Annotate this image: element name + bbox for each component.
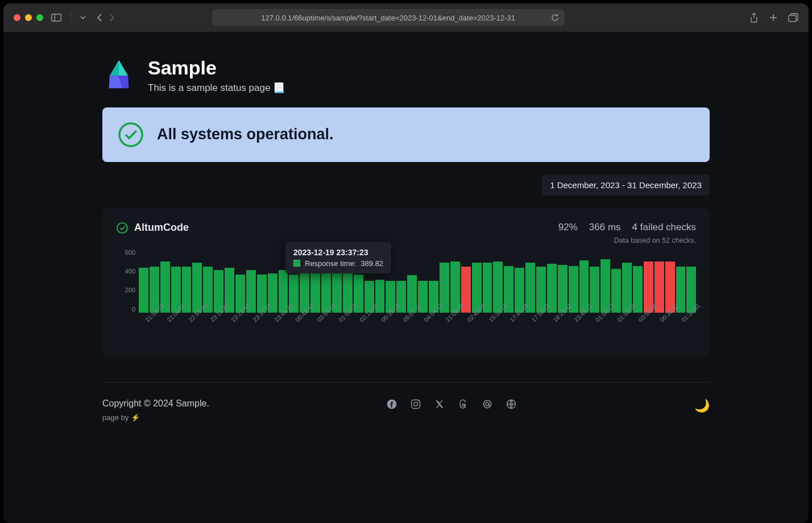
date-range-picker[interactable]: 1 December, 2023 - 31 December, 2023	[542, 175, 710, 196]
svg-marker-6	[110, 60, 119, 76]
chart-y-tick: 200	[125, 287, 135, 293]
page-title: Sample	[148, 58, 285, 78]
facebook-icon[interactable]	[386, 399, 397, 410]
instagram-icon[interactable]	[410, 399, 421, 410]
monitor-name[interactable]: AltumCode	[134, 222, 189, 234]
minimize-window-button[interactable]	[25, 14, 32, 21]
monitor-subnote: Data based on 52 checks.	[558, 236, 696, 244]
svg-point-12	[414, 402, 418, 406]
new-tab-icon[interactable]	[769, 13, 778, 23]
tab-groups-dropdown-icon[interactable]	[80, 16, 86, 19]
byline-prefix: page by	[102, 413, 129, 422]
svg-point-9	[119, 123, 142, 146]
svg-point-13	[418, 401, 419, 402]
chart-y-tick: 0	[132, 306, 135, 313]
bolt-icon[interactable]: ⚡	[131, 413, 140, 422]
chart-y-tick: 400	[125, 268, 135, 275]
sidebar-toggle-icon[interactable]	[51, 14, 61, 22]
response-time-chart[interactable]: 6004002000 21:53:5321:00:2522:55:2023:12…	[116, 249, 696, 347]
copyright-text: Copyright © 2024 Sample.	[102, 399, 209, 409]
dark-mode-toggle-icon[interactable]: 🌙	[694, 399, 710, 413]
share-icon[interactable]	[749, 13, 759, 23]
check-circle-icon	[116, 222, 129, 234]
footer-divider	[102, 382, 710, 383]
status-banner: All systems operational.	[102, 107, 710, 162]
address-bar-text: 127.0.0.1/66uptime/s/sample/?start_date=…	[261, 14, 515, 22]
page-subtitle: This is a sample status page 📃	[148, 82, 285, 94]
svg-marker-5	[119, 60, 128, 76]
reload-icon[interactable]	[551, 14, 559, 22]
chart-y-axis: 6004002000	[116, 249, 135, 313]
chart-bar[interactable]	[139, 268, 148, 312]
status-banner-message: All systems operational.	[157, 126, 334, 143]
globe-icon[interactable]	[506, 399, 517, 410]
page-header: Sample This is a sample status page 📃	[102, 58, 710, 94]
forward-button-icon	[109, 13, 115, 22]
failed-checks: 4 failed checks	[632, 222, 696, 233]
svg-rect-0	[52, 14, 61, 22]
svg-rect-4	[789, 15, 796, 22]
address-bar[interactable]: 127.0.0.1/66uptime/s/sample/?start_date=…	[212, 9, 565, 26]
close-window-button[interactable]	[14, 14, 20, 21]
tab-overview-icon[interactable]	[788, 13, 798, 23]
avg-latency: 366 ms	[589, 222, 621, 233]
svg-point-14	[486, 402, 490, 406]
page-footer: Copyright © 2024 Sample. page by ⚡	[102, 399, 710, 422]
brand-logo	[102, 58, 135, 91]
monitor-card: AltumCode 92% 366 ms 4 failed checks Dat…	[102, 208, 710, 357]
check-circle-icon	[117, 121, 144, 148]
maximize-window-button[interactable]	[36, 14, 43, 21]
window-controls	[14, 14, 43, 21]
svg-point-10	[117, 223, 127, 233]
chart-y-tick: 600	[125, 249, 135, 256]
at-sign-icon[interactable]	[482, 399, 493, 410]
page-body: Sample This is a sample status page 📃 Al…	[3, 32, 809, 523]
uptime-percent: 92%	[558, 222, 578, 233]
chart-x-axis: 21:53:5321:00:2522:55:2023:12:2223:22:42…	[139, 316, 696, 346]
chrome-separator	[71, 13, 71, 23]
monitor-metrics: 92% 366 ms 4 failed checks	[558, 222, 696, 233]
threads-icon[interactable]	[458, 399, 469, 410]
date-range-label: 1 December, 2023 - 31 December, 2023	[550, 180, 702, 190]
x-twitter-icon[interactable]	[434, 399, 445, 410]
browser-chrome: 127.0.0.1/66uptime/s/sample/?start_date=…	[3, 3, 809, 32]
back-button-icon[interactable]	[96, 13, 103, 22]
svg-rect-11	[412, 400, 420, 408]
